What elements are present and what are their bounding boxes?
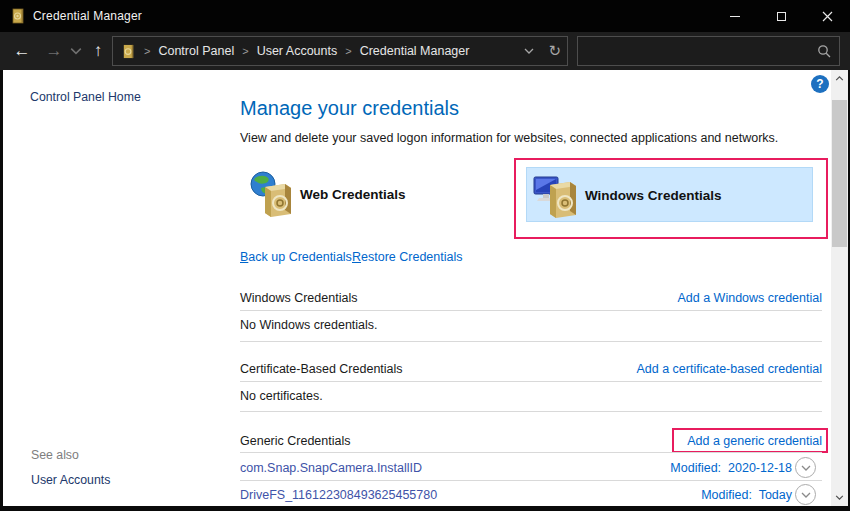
breadcrumb-separator: > <box>144 45 150 57</box>
breadcrumb-credential-manager[interactable]: Credential Manager <box>360 44 470 58</box>
expand-credential-button[interactable] <box>795 457 816 478</box>
page-title: Manage your credentials <box>240 97 459 120</box>
web-credentials-icon <box>247 170 295 218</box>
title-bar: Credential Manager <box>0 0 850 32</box>
minimize-icon <box>730 16 740 17</box>
windows-credentials-label: Windows Credentials <box>585 188 721 203</box>
forward-button[interactable]: → <box>42 32 66 70</box>
sidebar-item-control-panel-home[interactable]: Control Panel Home <box>30 90 141 104</box>
chevron-down-icon <box>835 495 844 500</box>
maximize-icon <box>777 12 786 21</box>
credential-manager-icon <box>10 8 26 24</box>
search-input[interactable] <box>582 39 807 63</box>
modified-value: Today <box>759 488 792 502</box>
divider <box>240 411 822 412</box>
page-subtitle: View and delete your saved logon informa… <box>240 131 778 145</box>
divider <box>240 381 822 382</box>
add-certificate-credential-link[interactable]: Add a certificate-based credential <box>636 362 822 376</box>
address-dropdown-chevron-icon[interactable] <box>524 48 534 54</box>
web-credentials-tile[interactable]: Web Credentials <box>247 170 406 218</box>
restore-accelerator: R <box>352 250 361 264</box>
search-box[interactable] <box>577 36 840 66</box>
no-windows-credentials-text: No Windows credentials. <box>240 318 378 332</box>
close-icon <box>822 11 833 22</box>
vertical-scrollbar[interactable] <box>831 70 848 506</box>
maximize-button[interactable] <box>758 0 804 32</box>
breadcrumb-separator: > <box>242 45 248 57</box>
divider <box>240 310 822 311</box>
chevron-up-icon <box>835 76 844 81</box>
breadcrumb-control-panel[interactable]: Control Panel <box>158 44 234 58</box>
expand-credential-button[interactable] <box>795 484 816 505</box>
sidebar-item-user-accounts[interactable]: User Accounts <box>31 473 110 487</box>
scroll-down-button[interactable] <box>831 489 848 506</box>
modified-label: Modified: <box>670 461 721 475</box>
backup-label-rest: ack up Credentials <box>248 250 352 264</box>
credential-item-snapcamera[interactable]: com.Snap.SnapCamera.InstallID <box>240 461 422 475</box>
scrollbar-thumb[interactable] <box>832 100 847 247</box>
divider <box>240 452 822 453</box>
annotation-box-add-generic-credential <box>672 428 828 453</box>
scroll-up-button[interactable] <box>831 70 848 87</box>
chevron-down-icon <box>801 465 811 471</box>
minimize-button[interactable] <box>712 0 758 32</box>
section-windows-credentials-label: Windows Credentials <box>240 291 357 305</box>
restore-label-rest: estore Credentials <box>361 250 462 264</box>
windows-credentials-icon <box>532 171 580 219</box>
window-title: Credential Manager <box>33 9 142 23</box>
restore-credentials-link[interactable]: Restore Credentials <box>352 250 462 264</box>
window-frame-left <box>0 70 3 506</box>
section-certificate-credentials-label: Certificate-Based Credentials <box>240 362 403 376</box>
breadcrumb-separator: > <box>345 45 351 57</box>
window-controls <box>712 0 850 32</box>
up-button[interactable]: ↑ <box>86 32 110 70</box>
refresh-icon[interactable]: ↻ <box>548 42 561 60</box>
divider <box>240 341 822 342</box>
sidebar-see-also-label: See also <box>31 448 79 462</box>
section-generic-credentials-label: Generic Credentials <box>240 434 350 448</box>
help-button[interactable]: ? <box>811 75 829 93</box>
add-windows-credential-link[interactable]: Add a Windows credential <box>677 291 822 305</box>
back-button[interactable]: ← <box>10 32 34 70</box>
no-certificates-text: No certificates. <box>240 389 323 403</box>
web-credentials-label: Web Credentials <box>300 187 406 202</box>
credential-modified-drivefs: Modified: Today <box>701 488 792 502</box>
modified-value: 2020-12-18 <box>728 461 792 475</box>
modified-label: Modified: <box>701 488 752 502</box>
windows-credentials-tile[interactable]: Windows Credentials <box>532 171 721 219</box>
address-bar[interactable]: > Control Panel > User Accounts > Creden… <box>112 36 568 66</box>
address-app-icon <box>121 44 136 59</box>
recent-locations-chevron-icon[interactable] <box>70 32 82 70</box>
credential-modified-snapcamera: Modified: 2020-12-18 <box>670 461 792 475</box>
navigation-toolbar: ← → ↑ > Control Panel > User Accounts > … <box>0 32 850 70</box>
breadcrumb-user-accounts[interactable]: User Accounts <box>257 44 338 58</box>
credential-manager-window: Credential Manager ← → ↑ > Control <box>0 0 850 511</box>
credential-item-drivefs[interactable]: DriveFS_116122308493625455780 <box>240 488 437 502</box>
window-frame-bottom <box>0 506 850 511</box>
close-button[interactable] <box>804 0 850 32</box>
backup-credentials-link[interactable]: Back up Credentials <box>240 250 352 264</box>
address-bar-controls: ↻ <box>524 37 561 65</box>
divider <box>240 480 822 481</box>
chevron-down-icon <box>801 492 811 498</box>
search-icon[interactable] <box>817 44 831 58</box>
